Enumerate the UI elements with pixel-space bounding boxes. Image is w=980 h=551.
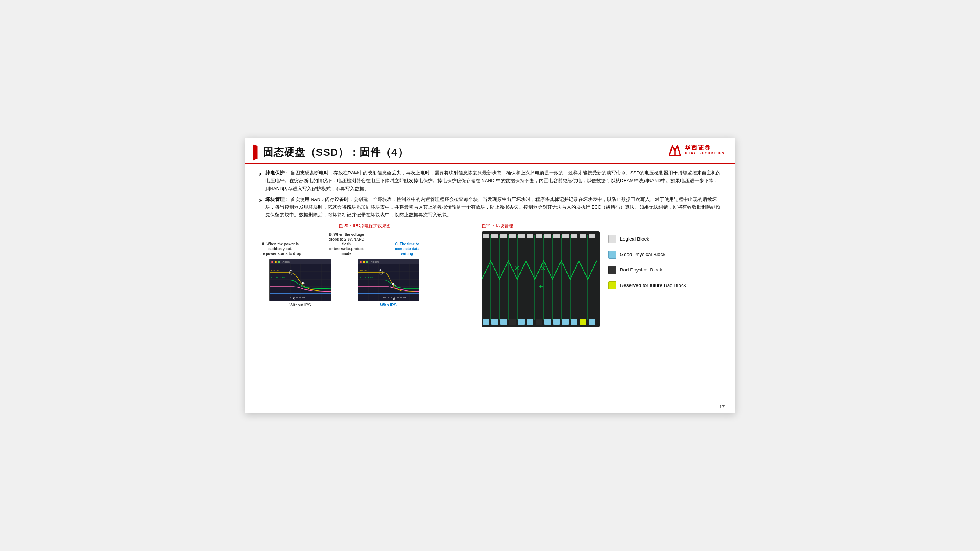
figure-20: 图20：IPS掉电保护效果图 A. When the power is sudd…	[258, 223, 472, 307]
figure-21: 图21：坏块管理	[482, 223, 722, 327]
svg-text:B: B	[392, 282, 394, 286]
legend-good: Good Physical Block	[608, 251, 686, 259]
svg-rect-56	[483, 233, 489, 238]
swatch-logical	[608, 235, 616, 243]
svg-rect-83	[571, 319, 578, 325]
osc-header-1: Agilent	[270, 259, 331, 265]
svg-rect-58	[500, 233, 507, 238]
osc-screen-1: Agilent	[269, 259, 331, 301]
bullet-text-2: 坏块管理： 首次使用 NAND 闪存设备时，会创建一个坏块表，控制器中的内置管理…	[266, 196, 722, 219]
svg-rect-73	[483, 319, 489, 325]
svg-rect-63	[544, 233, 551, 238]
svg-rect-57	[492, 233, 498, 238]
svg-rect-81	[553, 319, 560, 325]
swatch-bad	[608, 266, 616, 274]
bbm-diagram	[482, 232, 600, 327]
bullet-text-1: 掉电保护： 当固态硬盘断电时，存放在RAM中的映射信息会丢失，再次上电时，需要将…	[266, 169, 722, 193]
content-area: ➤ 掉电保护： 当固态硬盘断电时，存放在RAM中的映射信息会丢失，再次上电时，需…	[245, 164, 735, 327]
svg-text:VCCF_3.3V: VCCF_3.3V	[271, 276, 285, 279]
svg-text:Vin_5V: Vin_5V	[359, 269, 368, 272]
svg-text:C: C	[393, 297, 395, 301]
legend-reserved: Reserved for future Bad Block	[608, 281, 686, 289]
logo-text: 华西证券 HUAXI SECURITIES	[685, 144, 725, 156]
svg-rect-67	[580, 233, 586, 238]
bullet-arrow-2: ➤	[258, 197, 262, 205]
svg-rect-78	[527, 319, 533, 325]
bullet-label-2: 坏块管理：	[266, 197, 289, 202]
svg-rect-75	[500, 319, 507, 325]
svg-text:VCCF_3.3V: VCCF_3.3V	[359, 276, 373, 279]
svg-rect-74	[492, 319, 498, 325]
svg-rect-85	[589, 319, 595, 325]
svg-rect-61	[527, 233, 533, 238]
slide: 华西证券 HUAXI SECURITIES 固态硬盘（SSD）：固件（4） ➤ …	[245, 138, 735, 413]
osc-header-2: Agilent	[358, 259, 419, 265]
bbm-legend: Logical Block Good Physical Block Bad Ph…	[608, 232, 686, 289]
svg-rect-76	[509, 319, 516, 325]
legend-bad-label: Bad Physical Block	[620, 267, 662, 273]
oscilloscope-row: Agilent	[258, 259, 472, 307]
fig20-label-c: C. The time to complete data writing	[391, 242, 424, 256]
svg-rect-79	[536, 319, 542, 325]
page-number: 17	[719, 404, 724, 410]
logo-icon	[668, 143, 682, 157]
figures-row: 图20：IPS掉电保护效果图 A. When the power is sudd…	[258, 223, 722, 327]
svg-rect-68	[589, 233, 595, 238]
fig21-content: 图21：坏块管理	[482, 223, 686, 327]
osc-caption-without: Without IPS	[289, 303, 310, 307]
legend-reserved-label: Reserved for future Bad Block	[620, 283, 686, 288]
bullet-arrow-1: ➤	[258, 170, 262, 178]
svg-rect-60	[518, 233, 525, 238]
legend-bad: Bad Physical Block	[608, 266, 686, 274]
svg-rect-64	[553, 233, 560, 238]
legend-logical-label: Logical Block	[620, 236, 649, 242]
fig20-third-placeholder	[435, 259, 472, 307]
bullet-label-1: 掉电保护：	[266, 170, 289, 176]
osc-without-ips: Agilent	[258, 259, 342, 307]
osc-with-ips: Agilent	[347, 259, 430, 307]
bullet-item-1: ➤ 掉电保护： 当固态硬盘断电时，存放在RAM中的映射信息会丢失，再次上电时，需…	[258, 169, 722, 193]
svg-text:C: C	[293, 297, 295, 301]
legend-good-label: Good Physical Block	[620, 252, 666, 257]
svg-rect-65	[562, 233, 569, 238]
legend-logical: Logical Block	[608, 235, 686, 243]
page-title: 固态硬盘（SSD）：固件（4）	[263, 146, 408, 159]
svg-text:B: B	[302, 281, 304, 284]
fig20-caption: 图20：IPS掉电保护效果图	[258, 223, 472, 229]
osc-screen-2: Agilent	[358, 259, 419, 301]
swatch-reserved	[608, 281, 616, 289]
bullet-item-2: ➤ 坏块管理： 首次使用 NAND 闪存设备时，会创建一个坏块表，控制器中的内置…	[258, 196, 722, 219]
title-accent	[253, 144, 258, 160]
svg-rect-59	[509, 233, 516, 238]
svg-rect-62	[536, 233, 542, 238]
svg-text:A: A	[379, 268, 382, 272]
logo-area: 华西证券 HUAXI SECURITIES	[668, 143, 725, 157]
bbm-container: Logical Block Good Physical Block Bad Ph…	[482, 232, 686, 327]
title-bar: 固态硬盘（SSD）：固件（4）	[245, 138, 735, 164]
svg-text:A: A	[290, 269, 292, 272]
fig20-label-b: B. When the voltage drops to 2.3V, NAND …	[325, 232, 369, 256]
osc-caption-with: With IPS	[380, 303, 397, 307]
svg-rect-77	[518, 319, 525, 325]
svg-rect-80	[544, 319, 551, 325]
svg-rect-66	[571, 233, 578, 238]
swatch-good	[608, 251, 616, 259]
svg-rect-84	[580, 319, 586, 325]
svg-rect-82	[562, 319, 569, 325]
fig20-label-a: A. When the power is suddenly cut,the po…	[258, 242, 302, 256]
fig21-caption: 图21：坏块管理	[482, 223, 686, 229]
svg-text:Vin_5V: Vin_5V	[271, 269, 279, 272]
